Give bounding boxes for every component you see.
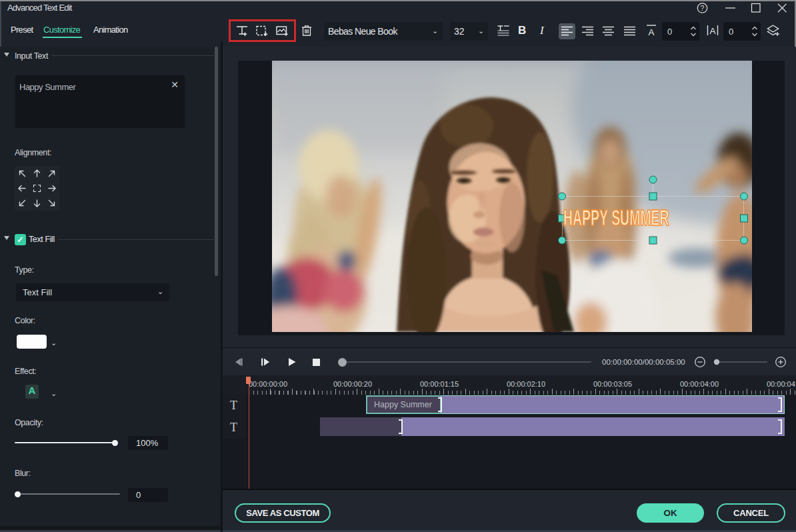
svg-text:A: A [648, 27, 654, 37]
svg-text:A: A [709, 26, 715, 36]
svg-text:?: ? [701, 4, 705, 12]
